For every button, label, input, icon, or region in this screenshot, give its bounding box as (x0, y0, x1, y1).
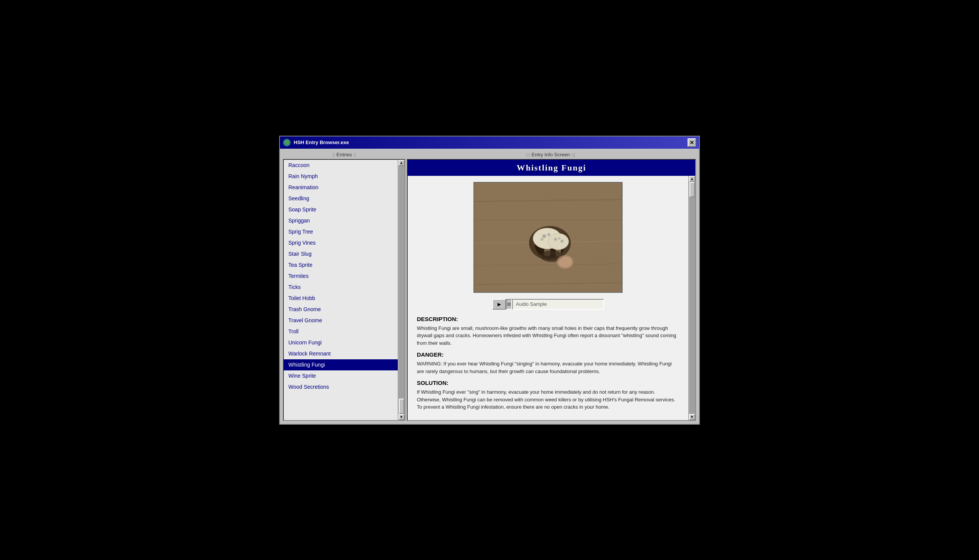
entries-list: RaccoonRain NymphReanimationSeedlingSoap… (284, 160, 398, 420)
entry-item[interactable]: Whistling Fungi (284, 359, 398, 370)
entry-item[interactable]: Sprig Tree (284, 226, 398, 237)
entry-item[interactable]: Travel Gnome (284, 315, 398, 326)
close-button[interactable]: ✕ (687, 138, 696, 147)
creature-svg (474, 182, 622, 293)
creature-image (474, 182, 622, 293)
title-bar-left: 🌿 HSH Entry Browser.exe (283, 139, 349, 147)
section-headers: :: Entries :: ::: Entry Info Screen ::: (283, 152, 696, 157)
info-scrollbar[interactable]: ▲ ▼ (688, 176, 695, 420)
entries-panel: RaccoonRain NymphReanimationSeedlingSoap… (283, 159, 405, 421)
entry-item[interactable]: Rain Nymph (284, 171, 398, 182)
entry-item[interactable]: Raccoon (284, 160, 398, 171)
entries-header: :: Entries :: (283, 152, 405, 157)
info-scroll-up[interactable]: ▲ (689, 176, 695, 182)
audio-bar: Audio Sample (506, 299, 604, 310)
entry-item[interactable]: Unicorn Fungi (284, 337, 398, 348)
info-panel-header: Whistling Fungi (408, 160, 695, 176)
info-header-label: ::: Entry Info Screen ::: (405, 152, 696, 157)
entries-scrollbar[interactable]: ▲ ▼ (398, 160, 405, 420)
entry-item[interactable]: Reanimation (284, 182, 398, 193)
solution-text: If Whistling Fungi ever "sing" in harmon… (417, 388, 679, 411)
entry-title: Whistling Fungi (414, 163, 689, 173)
info-panel-inner: ▶ Audio Sample DESCRIPTION: Whistling Fu… (408, 176, 695, 420)
audio-player: ▶ Audio Sample (417, 299, 679, 310)
scroll-track (399, 166, 405, 414)
danger-text: WARNING: If you ever hear Whistling Fung… (417, 360, 679, 375)
info-body: ▶ Audio Sample DESCRIPTION: Whistling Fu… (408, 176, 688, 420)
scroll-thumb[interactable] (399, 399, 404, 414)
entry-item[interactable]: Warlock Remnant (284, 348, 398, 359)
entry-item[interactable]: Troll (284, 326, 398, 337)
audio-led (506, 299, 512, 310)
info-scroll-down[interactable]: ▼ (689, 414, 695, 420)
scroll-up-button[interactable]: ▲ (399, 160, 405, 166)
svg-point-21 (560, 239, 564, 242)
info-scroll-track (689, 182, 695, 414)
audio-led-inner (507, 303, 510, 306)
window-body: :: Entries :: ::: Entry Info Screen ::: … (280, 149, 699, 424)
info-scroll-thumb[interactable] (689, 182, 695, 197)
app-window: 🌿 HSH Entry Browser.exe ✕ :: Entries :: … (279, 136, 700, 425)
entry-item[interactable]: Spriggan (284, 215, 398, 226)
svg-point-12 (547, 233, 550, 236)
svg-point-19 (554, 237, 557, 240)
entry-item[interactable]: Ticks (284, 282, 398, 293)
window-title: HSH Entry Browser.exe (294, 140, 349, 145)
svg-point-18 (549, 234, 568, 249)
app-icon: 🌿 (283, 139, 291, 147)
danger-label: DANGER: (417, 351, 679, 358)
entry-item[interactable]: Stair Slug (284, 248, 398, 260)
creature-image-container (417, 182, 679, 293)
play-button[interactable]: ▶ (492, 299, 506, 310)
info-panel: Whistling Fungi (407, 159, 696, 421)
creature-img-inner (474, 183, 622, 292)
entry-item[interactable]: Soap Sprite (284, 204, 398, 215)
entry-item[interactable]: Seedling (284, 193, 398, 204)
entry-item[interactable]: Termites (284, 271, 398, 282)
solution-label: SOLUTION: (417, 380, 679, 386)
entry-item[interactable]: Toilet Hobb (284, 293, 398, 304)
entry-item[interactable]: Wood Secretions (284, 382, 398, 393)
entry-item[interactable]: Tea Sprite (284, 260, 398, 271)
entry-item[interactable]: Sprig Vines (284, 237, 398, 248)
svg-point-24 (558, 257, 572, 267)
title-bar: 🌿 HSH Entry Browser.exe ✕ (280, 137, 699, 149)
description-text: Whistling Fungi are small, mushroom-like… (417, 325, 679, 347)
main-content: RaccoonRain NymphReanimationSeedlingSoap… (283, 159, 696, 421)
entry-item[interactable]: Trash Gnome (284, 304, 398, 315)
audio-label: Audio Sample (512, 299, 604, 310)
svg-point-20 (558, 237, 560, 240)
entry-item[interactable]: Wine Sprite (284, 370, 398, 382)
entries-list-wrapper: RaccoonRain NymphReanimationSeedlingSoap… (284, 160, 405, 420)
description-label: DESCRIPTION: (417, 316, 679, 322)
svg-point-14 (540, 237, 544, 240)
svg-point-11 (542, 234, 546, 238)
scroll-down-button[interactable]: ▼ (399, 414, 405, 420)
